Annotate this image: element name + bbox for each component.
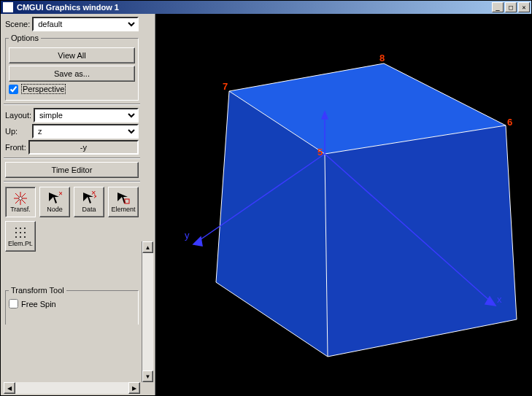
node-label-6: 6	[507, 117, 512, 128]
axis-label-y: y	[185, 230, 190, 241]
scroll-right-button[interactable]: ▶	[128, 382, 140, 394]
tool-element[interactable]: Element	[108, 187, 139, 217]
size-grip[interactable]	[140, 382, 152, 394]
free-spin-label: Free Spin	[21, 300, 56, 308]
tool-palette: Transf. × Node ×× Data	[2, 185, 142, 252]
scene-combo[interactable]: default	[32, 17, 139, 31]
transform-icon	[13, 191, 28, 206]
divider-2	[4, 158, 140, 159]
free-spin-checkbox[interactable]	[9, 299, 18, 308]
perspective-checkbox[interactable]	[9, 85, 18, 94]
tool-node-label: Node	[47, 206, 63, 213]
svg-point-14	[24, 232, 26, 233]
transform-tool-group: Transform Tool Free Spin	[5, 286, 139, 325]
up-combo[interactable]: z	[32, 124, 139, 139]
scroll-left-button[interactable]: ◀	[4, 382, 15, 394]
svg-text:×: ×	[58, 191, 62, 198]
svg-point-13	[20, 232, 21, 233]
svg-point-12	[15, 232, 17, 233]
node-label-8: 8	[379, 53, 385, 63]
layout-combo[interactable]: simple	[34, 108, 139, 123]
layout-label: Layout:	[5, 111, 31, 120]
layout-row: Layout: simple	[5, 108, 139, 123]
svg-point-4	[19, 197, 22, 200]
scroll-track-h[interactable]	[15, 382, 128, 394]
scroll-track-v[interactable]	[142, 253, 153, 370]
transform-tool-legend: Transform Tool	[9, 286, 66, 295]
side-panel: Scene: default Options View All Save as.…	[1, 14, 155, 395]
svg-point-9	[15, 228, 17, 229]
perspective-label: Perspective	[21, 84, 66, 94]
svg-point-11	[24, 228, 26, 229]
scene-3d	[155, 14, 531, 394]
front-row: Front:	[5, 140, 139, 155]
svg-point-17	[24, 236, 26, 238]
scene-row: Scene: default	[5, 17, 139, 31]
tool-node[interactable]: × Node	[39, 187, 70, 217]
node-label-5: 5	[317, 147, 323, 158]
svg-marker-23	[193, 237, 202, 246]
minimize-button[interactable]: _	[492, 2, 504, 12]
divider-3	[4, 181, 140, 182]
app-icon	[2, 1, 14, 13]
graphics-viewport[interactable]: 7 8 6 5 x y	[155, 14, 531, 395]
scroll-up-button[interactable]: ▲	[142, 241, 153, 253]
free-spin-row: Free Spin	[9, 299, 135, 308]
scroll-down-button[interactable]: ▼	[142, 370, 153, 382]
svg-text:×: ×	[93, 192, 96, 201]
app-window: CMGUI Graphics window 1 _ □ ✕ Scene: def…	[0, 0, 532, 396]
svg-point-15	[15, 236, 17, 238]
maximize-button[interactable]: □	[505, 2, 517, 12]
scene-label: Scene:	[5, 20, 30, 28]
svg-point-16	[20, 236, 21, 238]
tool-data-label: Data	[82, 206, 96, 213]
window-title: CMGUI Graphics window 1	[17, 3, 492, 12]
options-legend: Options	[9, 34, 41, 42]
divider-1	[4, 104, 140, 105]
client-area: Scene: default Options View All Save as.…	[1, 14, 531, 395]
titlebar[interactable]: CMGUI Graphics window 1 _ □ ✕	[1, 1, 531, 14]
tool-transf-label: Transf.	[10, 206, 31, 213]
front-label: Front:	[5, 143, 26, 152]
node-icon: ×	[47, 191, 62, 206]
window-buttons: _ □ ✕	[492, 2, 530, 12]
tool-elempt-label: Elem.Pt.	[8, 241, 33, 247]
elempt-icon	[13, 225, 28, 240]
view-all-button[interactable]: View All	[9, 47, 135, 63]
svg-rect-8	[125, 199, 129, 203]
vertical-scrollbar[interactable]: ▲ ▼	[142, 241, 153, 382]
options-group: Options View All Save as... Perspective	[5, 34, 139, 101]
save-as-button[interactable]: Save as...	[9, 66, 135, 82]
up-row: Up: z	[5, 124, 139, 139]
front-field	[28, 140, 139, 155]
close-button[interactable]: ✕	[518, 2, 530, 12]
svg-point-10	[20, 228, 21, 229]
axis-label-x: x	[497, 294, 502, 305]
node-label-7: 7	[223, 81, 228, 92]
cube-face-right	[325, 125, 517, 357]
perspective-checkbox-row: Perspective	[9, 84, 135, 94]
data-icon: ××	[82, 191, 96, 206]
time-editor-button[interactable]: Time Editor	[5, 162, 139, 178]
tool-elempt[interactable]: Elem.Pt.	[5, 221, 36, 252]
tool-element-label: Element	[111, 206, 135, 213]
tool-data[interactable]: ×× Data	[74, 187, 104, 217]
element-icon	[116, 191, 131, 206]
up-label: Up:	[5, 127, 30, 136]
horizontal-scrollbar[interactable]: ◀ ▶	[4, 382, 152, 394]
tool-transf[interactable]: Transf.	[5, 187, 36, 217]
